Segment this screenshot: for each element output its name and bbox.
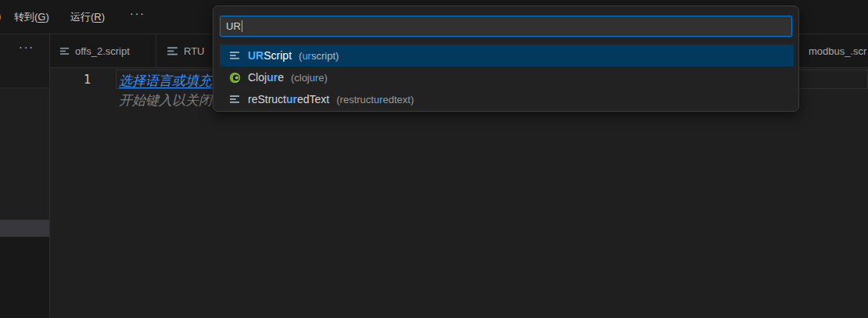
tab-label: modbus_.scr [809,45,866,57]
menu-label: ) [102,11,105,23]
quickpick-item-urscript[interactable]: URScript (urscript) [220,45,794,66]
menu-item-run[interactable]: 运行(R) [70,10,105,24]
menu-item-go[interactable]: 转到(G) [14,10,49,24]
text-caret [242,20,242,32]
tab-label: offs_2.script [75,45,130,57]
untitled-hint-dismiss-text: 开始键入以关闭 [119,91,212,109]
quickpick-item-restructuredtext[interactable]: reStructuredText (restructuredtext) [220,88,794,110]
item-description: (restructuredtext) [336,94,414,105]
menu-label: 转到( [14,11,38,23]
quickpick-widget: UR URScript (urscript) [213,5,799,112]
vscode-window: ) 转到(G) 运行(R) ··· ··· offs_2.script RTU … [0,0,868,318]
item-label: Clojure [248,71,284,84]
quickpick-search-input[interactable]: UR [220,16,792,37]
tab-label: RTU [184,45,204,57]
menu-label: 运行( [70,11,94,23]
tab-offs-2-script[interactable]: offs_2.script [50,34,156,68]
sidebar-strip: ··· [0,34,49,318]
menu-overflow-ellipsis-icon[interactable]: ··· [130,7,145,20]
tab-modbus-script[interactable]: modbus_.scr [799,34,868,68]
file-lines-icon [229,93,242,105]
sidebar-header: ··· [0,34,49,88]
quickpick-query-text: UR [226,20,241,32]
item-label: reStructuredText [248,93,329,105]
sidebar-more-actions-ellipsis-icon[interactable]: ··· [19,41,34,53]
sidebar-selected-item[interactable] [0,220,49,237]
untitled-hint-language-link[interactable]: 选择语言或填充 [119,72,212,90]
line-number: 1 [74,73,91,87]
menu-label: ) [45,11,48,23]
sidebar-footer [0,237,49,318]
menu-mnemonic: R [94,11,101,23]
menu-mnemonic: G [38,11,45,23]
sidebar-body [0,88,49,219]
menu-item-partial[interactable]: ) [0,10,1,22]
quickpick-result-list: URScript (urscript) Clojure (clojure) [220,45,794,110]
file-lines-icon [59,46,70,56]
file-lines-icon [167,45,178,57]
item-description: (urscript) [299,50,339,62]
item-description: (clojure) [291,72,328,84]
file-lines-icon [229,49,242,62]
quickpick-item-clojure[interactable]: Clojure (clojure) [220,66,794,88]
item-label: URScript [248,49,292,62]
clojure-icon [229,71,242,84]
